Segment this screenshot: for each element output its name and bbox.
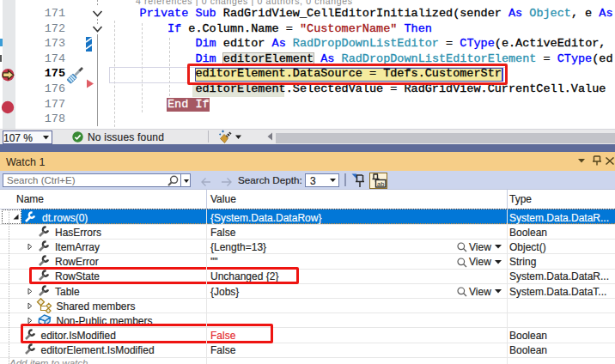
svg-text:ab: ab bbox=[377, 180, 384, 188]
